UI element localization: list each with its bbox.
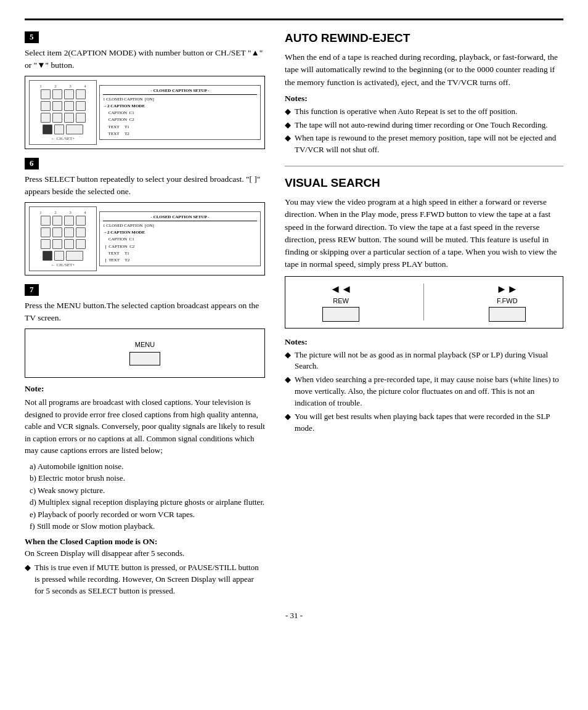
bullet-mute: ◆ This is true even if MUTE button is pr… (25, 562, 265, 597)
btn (52, 89, 62, 99)
step6-section: 6 Press SELECT button repeatedly to sele… (25, 158, 265, 275)
step6-screen: - CLOSED CAPTION SETUP - 1 CLOSED CAPTIO… (99, 211, 261, 266)
visual-search-title: VISUAL SEARCH (285, 176, 563, 190)
btn (64, 113, 74, 123)
rew-label: REW (322, 297, 359, 304)
btn (41, 216, 51, 226)
btn (41, 113, 51, 123)
screen6-item4: [ CAPTION C2 (103, 243, 257, 250)
screen-item2: →2 CAPTION MODE (103, 103, 257, 110)
btn (54, 124, 64, 134)
step5-diagram: 1 2 3 4 (25, 76, 265, 149)
left-column: 5 Select item 2(CAPTION MODE) with numbe… (25, 31, 265, 598)
screen-item3: CAPTION C1 (103, 110, 257, 116)
screen6-item2: →2 CAPTION MODE (103, 229, 257, 236)
page: 5 Select item 2(CAPTION MODE) with numbe… (0, 0, 588, 710)
btn (43, 124, 52, 134)
list-item-d: d) Multiplex signal reception displaying… (30, 496, 265, 508)
bullet-vs1: ◆ The picture will not be as good as in … (285, 349, 563, 373)
btn-wide (66, 251, 83, 261)
btn-wide (66, 124, 83, 134)
remote-row1 (33, 216, 92, 226)
btn (41, 227, 51, 237)
bold-caption-on: When the Closed Caption mode is ON: (25, 536, 265, 548)
remote-row4 (33, 251, 92, 261)
screen6-item1: 1 CLOSED CAPTION [ON] (103, 222, 257, 229)
screen-title: - CLOSED CAPTION SETUP - (103, 88, 257, 95)
screen6-item3: CAPTION C1 (103, 236, 257, 243)
ffwd-icon: ►► (489, 283, 526, 296)
vcr-diagram: ◄◄ REW ►► F.FWD (285, 276, 563, 328)
step7-section: 7 Press the MENU button.The selected cap… (25, 284, 265, 597)
screen-item4: CAPTION C2 (103, 116, 257, 123)
list-item-c: c) Weak snowy picture. (30, 484, 265, 497)
remote-row-labels-6: 1 2 3 4 (33, 210, 92, 215)
list-item-e: e) Playback of poorly recorded or worn V… (30, 508, 265, 521)
ffwd-group: ►► F.FWD (489, 283, 526, 322)
btn (54, 251, 64, 261)
step6-remote: 1 2 3 4 (29, 206, 97, 271)
ffwd-label: F.FWD (489, 297, 526, 304)
menu-button-rect (129, 352, 160, 365)
screen-item1: 1 CLOSED CAPTION [ON] (103, 96, 257, 103)
bullet-ar2: ◆ The tape will not auto-rewind during t… (285, 120, 563, 131)
remote-row2 (33, 101, 92, 111)
bullet-vs2-text: When video searching a pre-recorded tape… (295, 374, 563, 409)
btn (64, 101, 74, 111)
page-number: - 31 - (25, 611, 563, 621)
screen6-item5: TEXT T1 (103, 250, 257, 257)
auto-rewind-section: AUTO REWIND-EJECT When the end of a tape… (285, 31, 563, 156)
two-col-layout: 5 Select item 2(CAPTION MODE) with numbe… (25, 31, 563, 598)
vcr-divider (423, 284, 424, 320)
step7-text: Press the MENU button.The selected capti… (25, 300, 265, 324)
right-column: AUTO REWIND-EJECT When the end of a tape… (285, 31, 563, 598)
btn (41, 239, 51, 249)
step5-text: Select item 2(CAPTION MODE) with number … (25, 47, 265, 71)
btn (52, 227, 62, 237)
btn (76, 89, 86, 99)
list-item-b: b) Electric motor brush noise. (30, 472, 265, 484)
btn (43, 251, 52, 261)
btn (76, 227, 86, 237)
screen6-item6: [ TEXT T2 (103, 257, 257, 264)
auto-rewind-notes-head: Notes: (285, 94, 563, 104)
bullet-sym1: ◆ (285, 106, 291, 118)
btn (76, 101, 86, 111)
btn (52, 239, 62, 249)
rew-group: ◄◄ REW (322, 283, 359, 322)
menu-label: MENU (129, 341, 160, 348)
rew-button-rect (322, 307, 359, 322)
auto-rewind-notes: Notes: ◆ This function is operative when… (285, 94, 563, 156)
btn (41, 89, 51, 99)
list-item-a: a) Automobile ignition noise. (30, 460, 265, 473)
bullet-sym3: ◆ (285, 133, 291, 156)
vs-notes-head: Notes: (285, 337, 563, 347)
step5-badge: 5 (25, 31, 39, 43)
btn (64, 216, 74, 226)
step7-badge: 7 (25, 284, 39, 296)
section-divider (285, 166, 563, 166)
bullet-sym-vs3: ◆ (285, 411, 291, 435)
note-body: Not all programs are broadcast with clos… (25, 396, 265, 457)
remote-row4 (33, 124, 92, 134)
bullet-ar3: ◆ When tape is rewound to the preset mem… (285, 133, 563, 156)
top-rule (25, 18, 563, 20)
remote-label-6: ← CH./SET+ (33, 263, 92, 267)
bullet-vs3-text: You will get best results when playing b… (295, 411, 563, 435)
note-head: Note: (25, 384, 265, 394)
auto-rewind-para: When the end of a tape is reached during… (285, 51, 563, 89)
rew-icon: ◄◄ (322, 283, 359, 296)
auto-rewind-title: AUTO REWIND-EJECT (285, 31, 563, 45)
ffwd-button-rect (489, 307, 526, 322)
menu-diagram: MENU (25, 328, 265, 378)
bullet-mute-text: This is true even if MUTE button is pres… (35, 562, 265, 597)
btn (41, 101, 51, 111)
bullet-vs2: ◆ When video searching a pre-recorded ta… (285, 374, 563, 409)
list-item-f: f) Still mode or Slow motion playback. (30, 520, 265, 532)
screen-item6: TEXT T2 (103, 131, 257, 137)
remote-row1 (33, 89, 92, 99)
step5-remote: 1 2 3 4 (29, 80, 97, 145)
btn (64, 239, 74, 249)
btn (76, 113, 86, 123)
step6-diagram: 1 2 3 4 (25, 202, 265, 275)
